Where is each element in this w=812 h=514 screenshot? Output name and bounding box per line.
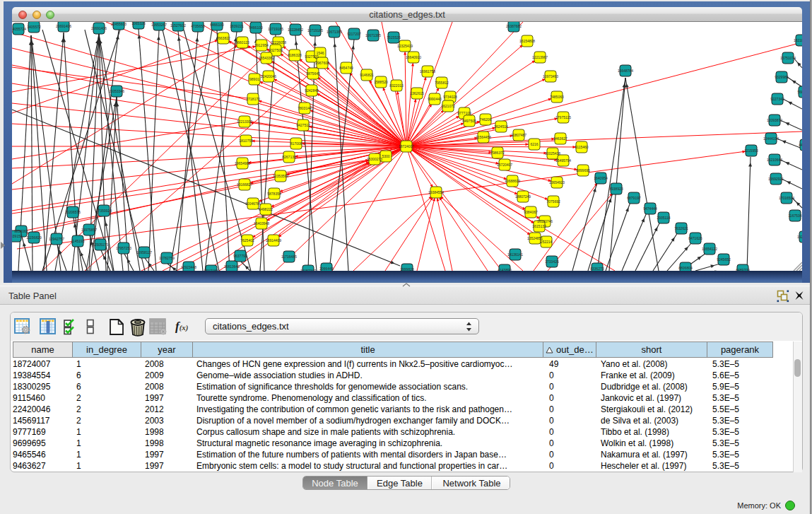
svg-text:19975857: 19975857 [81,228,97,232]
svg-text:9227342: 9227342 [770,97,784,101]
svg-text:10046786: 10046786 [245,201,261,206]
svg-text:6497505: 6497505 [462,119,476,123]
svg-text:12505175: 12505175 [93,243,108,247]
svg-text:3215953: 3215953 [744,148,758,153]
svg-text:15720407: 15720407 [497,163,512,167]
svg-text:1546: 1546 [316,51,324,55]
svg-text:1640954: 1640954 [594,176,608,180]
svg-text:12213302: 12213302 [237,119,252,124]
svg-text:9777109: 9777109 [457,111,471,115]
svg-text:7663822: 7663822 [216,36,230,40]
svg-text:26387682: 26387682 [506,24,522,28]
svg-text:1498222: 1498222 [259,207,273,211]
svg-text:6466100: 6466100 [249,25,263,30]
svg-text:9858061: 9858061 [14,229,28,233]
svg-text:4735650: 4735650 [191,24,205,28]
svg-text:15495794: 15495794 [555,158,571,163]
svg-text:3624514: 3624514 [494,124,508,129]
svg-text:13654923: 13654923 [549,180,565,185]
svg-text:12093872: 12093872 [767,118,782,122]
svg-text:14136141: 14136141 [507,252,523,257]
svg-text:18807249: 18807249 [515,194,531,199]
svg-text:5300: 5300 [382,154,389,158]
svg-text:9329986: 9329986 [775,75,789,79]
svg-text:12325419: 12325419 [397,44,413,48]
svg-text:14055724: 14055724 [12,27,26,31]
svg-text:10653267: 10653267 [151,23,167,27]
svg-text:1065326: 1065326 [131,22,146,25]
svg-text:98901: 98901 [249,77,259,81]
svg-text:9327509: 9327509 [269,48,283,52]
svg-text:19654985: 19654985 [235,161,250,165]
svg-text:8322013: 8322013 [389,83,404,88]
svg-text:9734028: 9734028 [443,95,457,99]
svg-text:9990443: 9990443 [428,97,442,101]
svg-text:7803144: 7803144 [298,106,312,110]
svg-text:16154808: 16154808 [519,39,535,43]
svg-text:17016504: 17016504 [779,196,794,200]
svg-text:17957253: 17957253 [116,246,131,250]
svg-text:4439167: 4439167 [799,143,802,147]
svg-text:1810755: 1810755 [239,139,253,143]
svg-text:11527602: 11527602 [170,23,186,28]
svg-text:15692921: 15692921 [768,177,784,181]
svg-text:2935114: 2935114 [657,216,670,220]
svg-text:9217207: 9217207 [347,32,361,36]
svg-text:19384554: 19384554 [428,190,444,194]
svg-text:18218506: 18218506 [794,38,802,42]
svg-text:5682115: 5682115 [797,90,802,94]
svg-text:15751074: 15751074 [780,56,796,60]
svg-text:8186328: 8186328 [288,53,302,57]
svg-text:10719185: 10719185 [307,28,323,33]
svg-text:7485063: 7485063 [550,95,564,99]
svg-text:11716485: 11716485 [281,255,297,259]
svg-text:17975115: 17975115 [555,115,571,119]
svg-text:1362615: 1362615 [410,91,424,95]
svg-text:2066449: 2066449 [319,267,334,271]
svg-text:7632621: 7632621 [674,226,688,230]
svg-text:7986372: 7986372 [490,151,505,155]
svg-text:8660123: 8660123 [235,40,249,45]
svg-text:4439154: 4439154 [12,234,23,238]
svg-text:10973493: 10973493 [543,74,558,78]
svg-text:16961758: 16961758 [420,69,435,74]
svg-text:8938923: 8938923 [609,187,623,191]
svg-text:12213967: 12213967 [532,55,548,59]
svg-text:12353594: 12353594 [273,174,288,178]
svg-text:1588520: 1588520 [374,80,388,84]
svg-text:6879197: 6879197 [627,196,641,200]
svg-text:9245652: 9245652 [717,257,731,262]
svg-text:1621072: 1621072 [441,104,455,108]
svg-text:10228452: 10228452 [288,28,303,32]
svg-text:817008: 817008 [290,141,302,146]
svg-text:16648784: 16648784 [618,69,633,73]
svg-text:6899695: 6899695 [576,168,590,173]
svg-text:12923448: 12923448 [181,265,196,269]
svg-text:5878354: 5878354 [267,192,281,196]
svg-text:10671385: 10671385 [365,33,381,37]
svg-text:8267130: 8267130 [282,155,296,159]
svg-text:16543362: 16543362 [259,56,274,60]
svg-text:1733426: 1733426 [545,259,559,264]
svg-text:3875645: 3875645 [306,71,320,76]
svg-text:16640910: 16640910 [406,55,421,59]
svg-text:7515526: 7515526 [387,35,401,40]
svg-text:6466100: 6466100 [210,23,224,27]
svg-text:6216: 6216 [530,142,538,146]
svg-text:7955812: 7955812 [435,81,449,85]
svg-text:1167534: 1167534 [788,214,801,218]
svg-text:1145193: 1145193 [71,239,84,243]
svg-text:2967608: 2967608 [315,61,329,65]
svg-text:8471626: 8471626 [688,236,702,240]
svg-text:20813640: 20813640 [224,264,240,269]
svg-text:1615132: 1615132 [532,224,546,228]
svg-text:9146821: 9146821 [360,73,374,77]
svg-text:10719185: 10719185 [268,27,283,31]
svg-text:19166827: 19166827 [237,182,252,187]
svg-text:2718170: 2718170 [246,97,260,101]
svg-text:7625402: 7625402 [240,238,254,243]
svg-text:20691406: 20691406 [91,26,107,30]
svg-text:22226058: 22226058 [271,40,286,45]
svg-text:16914409: 16914409 [266,238,281,243]
svg-text:12942757: 12942757 [49,237,64,241]
